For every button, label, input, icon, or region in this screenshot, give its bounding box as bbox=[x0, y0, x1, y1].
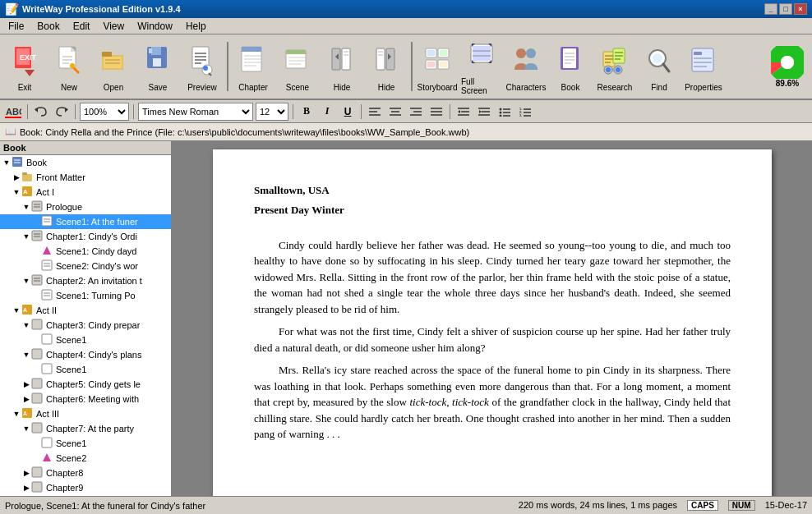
expand-chapter8[interactable]: ▶ bbox=[21, 468, 31, 478]
expand-scene1-turning[interactable] bbox=[31, 291, 41, 301]
hide1-button[interactable]: Hide bbox=[321, 37, 363, 96]
bold-button[interactable]: B bbox=[298, 103, 316, 121]
indent-right-button[interactable] bbox=[475, 103, 493, 121]
expand-scene1-ch3[interactable] bbox=[31, 335, 41, 345]
tree-item-scene1-ch4[interactable]: Scene1 bbox=[0, 362, 171, 377]
expand-chapter6[interactable]: ▶ bbox=[21, 394, 31, 404]
characters-button[interactable]: Characters bbox=[505, 37, 547, 96]
chapter-tree-icon-2 bbox=[31, 274, 44, 287]
zoom-select[interactable]: 100% bbox=[80, 103, 129, 121]
underline-button[interactable]: U bbox=[339, 103, 357, 121]
expand-actii[interactable]: ▼ bbox=[12, 305, 21, 315]
minimize-button[interactable]: _ bbox=[764, 3, 777, 15]
tree-item-actiii[interactable]: ▼ A Act III bbox=[0, 406, 171, 421]
book-button[interactable]: Book bbox=[549, 37, 592, 96]
expand-chapter9[interactable]: ▶ bbox=[21, 483, 31, 493]
chapter-tree-icon-8 bbox=[31, 466, 44, 480]
menu-view[interactable]: View bbox=[96, 18, 131, 34]
number-list-button[interactable]: 1.2.3. bbox=[516, 103, 534, 121]
tree-item-chapter5[interactable]: ▶ Chapter5: Cindy gets le bbox=[0, 377, 171, 392]
tree-item-scene1-funeral[interactable]: Scene1: At the funer bbox=[0, 214, 171, 229]
tree-item-chapter9[interactable]: ▶ Chapter9 bbox=[0, 480, 171, 495]
expand-scene1-ch4[interactable] bbox=[31, 365, 41, 374]
paragraph-3[interactable]: Mrs. Rella's icy stare reached across th… bbox=[254, 362, 731, 443]
expand-scene2-cindy[interactable] bbox=[31, 261, 41, 271]
expand-chapter2[interactable]: ▼ bbox=[21, 276, 31, 286]
expand-actiii[interactable]: ▼ bbox=[12, 409, 21, 419]
tree-item-chapter6[interactable]: ▶ Chapter6: Meeting with bbox=[0, 392, 171, 406]
toolbar-sep-1 bbox=[227, 42, 228, 91]
menu-help[interactable]: Help bbox=[179, 18, 213, 34]
tree-item-actii[interactable]: ▼ A Act II bbox=[0, 303, 171, 318]
tree-item-chapter1[interactable]: ▼ Chapter1: Cindy's Ordi bbox=[0, 229, 171, 244]
fontsize-select[interactable]: 12 bbox=[256, 103, 288, 121]
maximize-button[interactable]: □ bbox=[779, 3, 792, 15]
close-button[interactable]: × bbox=[794, 3, 807, 15]
expand-chapter7[interactable]: ▼ bbox=[21, 424, 31, 434]
tree-item-chapter4[interactable]: ▼ Chapter4: Cindy's plans bbox=[0, 347, 171, 362]
scene-button[interactable]: Scene bbox=[276, 37, 319, 96]
tree-item-book[interactable]: ▼ Book bbox=[0, 155, 171, 170]
tree-item-chapter7[interactable]: ▼ Chapter7: At the party bbox=[0, 421, 171, 436]
align-left-button[interactable] bbox=[366, 103, 384, 121]
tree-item-chapter8[interactable]: ▶ Chapter8 bbox=[0, 466, 171, 480]
hide2-button[interactable]: Hide bbox=[365, 37, 408, 96]
expand-scene1-cindy[interactable] bbox=[31, 246, 41, 256]
expand-scene1-ch7[interactable] bbox=[31, 438, 41, 448]
tree-scroll[interactable]: ▼ Book ▶ Front Matter ▼ A Act bbox=[0, 155, 171, 496]
tree-item-prologue[interactable]: ▼ Prologue bbox=[0, 200, 171, 214]
expand-prologue[interactable]: ▼ bbox=[21, 202, 31, 212]
expand-chapter4[interactable]: ▼ bbox=[21, 350, 31, 360]
paragraph-1[interactable]: Cindy could hardly believe her father wa… bbox=[254, 237, 731, 318]
tree-item-scene2-ch7[interactable]: Scene2 bbox=[0, 451, 171, 466]
undo-button[interactable] bbox=[32, 103, 50, 121]
expand-chapter5[interactable]: ▶ bbox=[21, 379, 31, 389]
research-button[interactable]: Research bbox=[593, 37, 636, 96]
tree-item-chapter3[interactable]: ▼ Chapter3: Cindy prepar bbox=[0, 318, 171, 333]
align-center-button[interactable] bbox=[386, 103, 404, 121]
spellcheck-button[interactable]: ABC bbox=[3, 103, 23, 121]
fullscreen-button[interactable]: Full Screen bbox=[460, 37, 503, 96]
expand-acti[interactable]: ▼ bbox=[12, 187, 21, 197]
menu-book[interactable]: Book bbox=[30, 18, 66, 34]
tree-item-scene1-ch3[interactable]: Scene1 bbox=[0, 333, 171, 347]
expand-scene2-ch7[interactable] bbox=[31, 453, 41, 463]
tree-item-acti[interactable]: ▼ A Act I bbox=[0, 185, 171, 200]
preview-button[interactable]: Preview bbox=[181, 37, 224, 96]
save-button[interactable]: Save bbox=[136, 37, 179, 96]
align-right-button[interactable] bbox=[407, 103, 425, 121]
redo-button[interactable] bbox=[53, 103, 71, 121]
book-icon: 📖 bbox=[5, 126, 16, 137]
storyboard-button[interactable]: Storyboard bbox=[416, 37, 459, 96]
find-button[interactable]: Find bbox=[638, 37, 681, 96]
paragraph-2[interactable]: For what was not the first time, Cindy f… bbox=[254, 324, 731, 356]
tree-item-scene1-turning[interactable]: Scene1: Turning Po bbox=[0, 288, 171, 303]
expand-book[interactable]: ▼ bbox=[2, 158, 12, 168]
tree-item-chapter2[interactable]: ▼ Chapter2: An invitation t bbox=[0, 273, 171, 288]
exit-button[interactable]: EXIT Exit bbox=[3, 37, 46, 96]
indent-left-button[interactable] bbox=[454, 103, 473, 121]
menu-file[interactable]: File bbox=[2, 18, 30, 34]
new-button[interactable]: New bbox=[48, 37, 90, 96]
expand-chapter1[interactable]: ▼ bbox=[21, 232, 31, 241]
expand-chapter3[interactable]: ▼ bbox=[21, 320, 31, 330]
title-bar-controls[interactable]: _ □ × bbox=[764, 3, 807, 15]
tree-item-scene1-ch7[interactable]: Scene1 bbox=[0, 436, 171, 451]
chapter-button[interactable]: Chapter bbox=[232, 37, 275, 96]
tree-item-scene2-cindy[interactable]: Scene2: Cindy's wor bbox=[0, 259, 171, 273]
italic-button[interactable]: I bbox=[318, 103, 336, 121]
expand-frontmatter[interactable]: ▶ bbox=[12, 172, 21, 182]
tree-item-scene1-cindy[interactable]: Scene1: Cindy dayd bbox=[0, 244, 171, 259]
doc-area[interactable]: Smalltown, USA Present Day Winter Cindy … bbox=[173, 141, 812, 496]
align-justify-button[interactable] bbox=[427, 103, 445, 121]
expand-scene1-funeral[interactable] bbox=[31, 217, 41, 227]
menu-edit[interactable]: Edit bbox=[67, 18, 97, 34]
open-button[interactable]: Open bbox=[92, 37, 135, 96]
menu-window[interactable]: Window bbox=[131, 18, 179, 34]
bullet-list-button[interactable] bbox=[496, 103, 514, 121]
font-select[interactable]: Times New Roman bbox=[138, 103, 253, 121]
properties-button[interactable]: Properties bbox=[682, 37, 725, 96]
tree-item-frontmatter[interactable]: ▶ Front Matter bbox=[0, 170, 171, 185]
svg-rect-18 bbox=[151, 47, 161, 55]
doc-page[interactable]: Smalltown, USA Present Day Winter Cindy … bbox=[213, 149, 772, 496]
